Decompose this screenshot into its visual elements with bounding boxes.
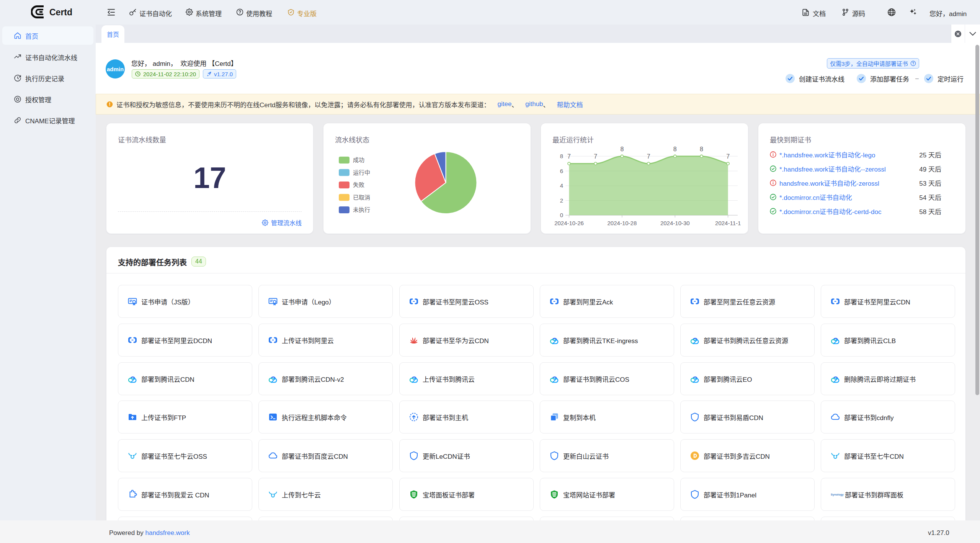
- svg-text:7: 7: [647, 153, 650, 160]
- svg-text:2024-11-1: 2024-11-1: [715, 220, 741, 226]
- svg-text:8: 8: [560, 153, 563, 159]
- svg-text:4: 4: [560, 182, 563, 189]
- svg-text:2: 2: [560, 197, 563, 204]
- svg-text:7: 7: [567, 153, 571, 160]
- svg-text:失败: 失败: [353, 182, 364, 188]
- svg-text:0: 0: [560, 212, 563, 218]
- svg-text:2024-10-26: 2024-10-26: [554, 220, 584, 226]
- svg-text:运行中: 运行中: [353, 169, 370, 176]
- svg-text:7: 7: [726, 153, 730, 160]
- svg-text:已取消: 已取消: [353, 194, 370, 201]
- svg-text:成功: 成功: [353, 157, 364, 163]
- svg-text:未执行: 未执行: [353, 206, 370, 213]
- svg-text:2024-10-30: 2024-10-30: [660, 220, 690, 226]
- svg-text:8: 8: [620, 146, 624, 152]
- svg-text:6: 6: [560, 168, 563, 174]
- svg-text:2024-10-28: 2024-10-28: [608, 220, 637, 226]
- svg-text:8: 8: [700, 146, 703, 152]
- svg-text:7: 7: [594, 153, 597, 160]
- svg-text:8: 8: [673, 146, 677, 152]
